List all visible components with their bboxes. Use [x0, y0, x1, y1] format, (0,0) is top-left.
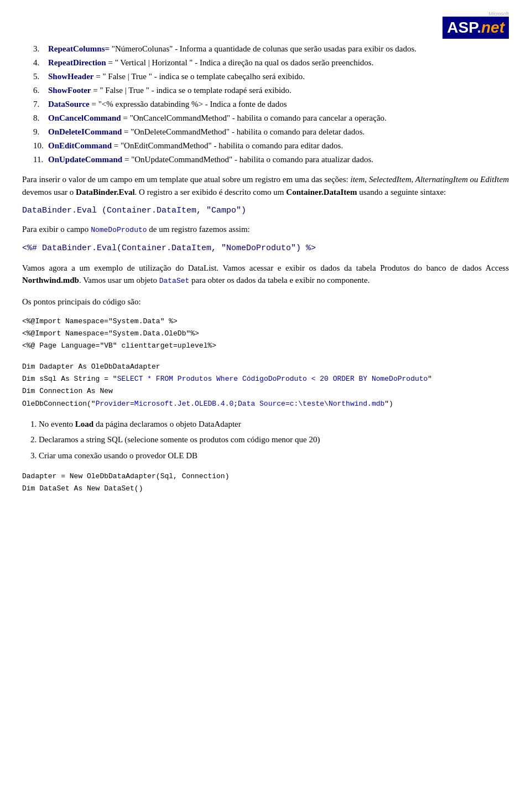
container-dataitem-bold: Container.DataItem — [286, 188, 357, 196]
item-text: DataSource = "<% expressão databinding %… — [48, 100, 509, 109]
item-num: 11. — [33, 155, 45, 164]
list-item: No evento Load da página declaramos o ob… — [39, 418, 509, 431]
keyword: ShowFooter — [48, 86, 91, 95]
imports-code-block: <%@Import Namespace="System.Data" %> <%@… — [22, 316, 509, 352]
keyword: RepeatDirection — [48, 58, 106, 67]
item-text: RepeatColumns= "NúmeroColunas" - Informa… — [48, 44, 509, 54]
dim-connection2: OleDbConnection("Provider=Microsoft.Jet.… — [22, 400, 393, 408]
item-num: 5. — [33, 72, 45, 81]
list-item: 8. OnCancelCommand = "OnCancelCommandMet… — [33, 113, 509, 123]
keyword: OnUpdateCommand — [48, 155, 122, 164]
list-item: 3. RepeatColumns= "NúmeroColunas" - Info… — [33, 44, 509, 54]
item-num: 4. — [33, 58, 45, 68]
dim-code-block: Dim Dadapter As OleDbDataAdapter Dim sSq… — [22, 361, 509, 410]
italic-sections: item, SelectedItem, AlternatingItem ou E… — [351, 175, 509, 184]
main-content: 3. RepeatColumns= "NúmeroColunas" - Info… — [22, 44, 509, 495]
dataset-inline: DataSet — [159, 277, 190, 285]
steps-list: No evento Load da página declaramos o ob… — [39, 418, 509, 462]
import-line2: <%@Import Namespace="System.Data.OleDb"%… — [22, 329, 199, 338]
logo-area: Microsoft ASP.net — [22, 11, 509, 39]
aspnet-logo: ASP.net — [442, 17, 509, 39]
dadapter-line: Dadapter = New OleDbDataAdapter(Sql, Con… — [22, 472, 229, 480]
net-label: net — [481, 19, 504, 36]
keyword: OnDeleteICommand — [48, 127, 122, 136]
item-num: 8. — [33, 113, 45, 123]
keyword: DataSource — [48, 100, 90, 108]
item-num: 3. — [33, 44, 45, 54]
list-item: 5. ShowHeader = " False | True " - indic… — [33, 72, 509, 81]
list-item: Criar uma conexão usando o provedor OLE … — [39, 449, 509, 462]
property-list: 3. RepeatColumns= "NúmeroColunas" - Info… — [33, 44, 509, 164]
list-item: Declaramos a string SQL (selecione somen… — [39, 433, 509, 446]
databinder-paragraph: Para inserir o valor de um campo em um t… — [22, 173, 509, 198]
databinder-syntax: DataBinder.Eval (Container.DataItem, "Ca… — [22, 206, 509, 215]
microsoft-label: Microsoft — [442, 11, 509, 17]
list-item: 4. RepeatDirection = " Vertical | Horizo… — [33, 58, 509, 68]
import-line3: <%@ Page Language="VB" clienttarget=uple… — [22, 342, 216, 350]
item-num: 6. — [33, 86, 45, 95]
databinder-bold: DataBinder.Eval — [76, 188, 135, 196]
item-num: 9. — [33, 127, 45, 137]
sql-content: SELECT * FROM Produtos Where CódigoDoPro… — [117, 375, 428, 383]
keyword: ShowHeader — [48, 72, 94, 81]
keyword: OnCancelCommand — [48, 113, 121, 122]
keyword: OnEditCommand — [48, 141, 112, 150]
northwind-bold: Northwind.mdb — [22, 276, 79, 285]
list-item: 7. DataSource = "<% expressão databindin… — [33, 100, 509, 109]
vamos-agora-paragraph: Vamos agora a um exemplo de utilização d… — [22, 262, 509, 287]
item-num: 7. — [33, 100, 45, 109]
item-text: OnDeleteICommand = "OnDeleteCommandMetho… — [48, 127, 509, 137]
dot-label: . — [477, 19, 481, 36]
load-bold: Load — [75, 420, 93, 428]
item-text: OnCancelCommand = "OnCancelCommandMethod… — [48, 113, 509, 123]
final-code-block: Dadapter = New OleDbDataAdapter(Sql, Con… — [22, 470, 509, 495]
item-text: RepeatDirection = " Vertical | Horizonta… — [48, 58, 509, 68]
logo-container: Microsoft ASP.net — [442, 11, 509, 39]
code-example-block: <%# DataBinder.Eval(Container.DataItem, … — [22, 244, 509, 253]
dim-adapter: Dim Dadapter As OleDbDataAdapter — [22, 363, 160, 371]
keyword: RepeatColumns= — [48, 44, 110, 53]
item-text: OnUpdateCommand = "OnUpdateCommandMethod… — [48, 155, 509, 164]
list-item: 10. OnEditCommand = "OnEditCommandMethod… — [33, 141, 509, 151]
item-text: OnEditCommand = "OnEditCommandMethod" - … — [48, 141, 509, 151]
dim-ssql: Dim sSql As String = "SELECT * FROM Prod… — [22, 375, 432, 383]
item-text: ShowFooter = " False | True " - indica s… — [48, 86, 509, 95]
connection-string: Provider=Microsoft.Jet.OLEDB.4.0;Data So… — [96, 400, 385, 408]
dim-connection1: Dim Connection As New — [22, 387, 113, 395]
list-item: 6. ShowFooter = " False | True " - indic… — [33, 86, 509, 95]
list-item: 9. OnDeleteICommand = "OnDeleteCommandMe… — [33, 127, 509, 137]
pontos-principais: Os pontos principais do código são: — [22, 296, 509, 308]
nomedoproduto-inline: NomeDoProduto — [91, 226, 147, 234]
item-text: ShowHeader = " False | True " - indica s… — [48, 72, 509, 81]
list-item: 11. OnUpdateCommand = "OnUpdateCommandMe… — [33, 155, 509, 164]
item-num: 10. — [33, 141, 45, 151]
dataset-line: Dim DataSet As New DataSet() — [22, 484, 143, 493]
asp-label: ASP.net — [447, 19, 504, 36]
import-line1: <%@Import Namespace="System.Data" %> — [22, 317, 178, 325]
para-exibir: Para exibir o campo NomeDoProduto de um … — [22, 223, 509, 236]
